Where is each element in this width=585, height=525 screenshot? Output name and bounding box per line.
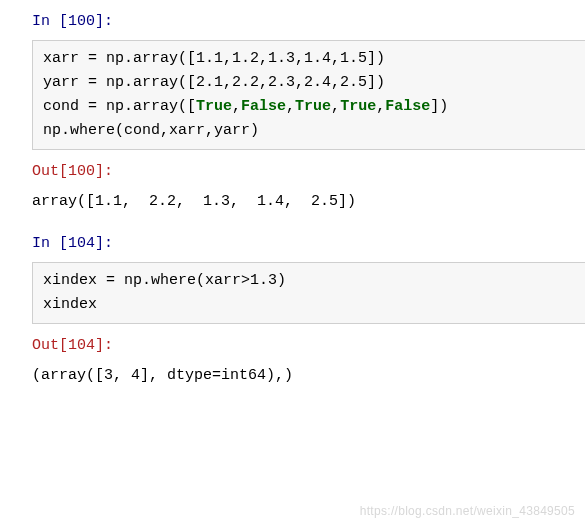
output-text: (array([3, 4], dtype=int64),): [32, 364, 585, 388]
cell-104: In [104]: xindex = np.where(xarr>1.3)xin…: [0, 232, 585, 388]
code-input[interactable]: xarr = np.array([1.1,1.2,1.3,1.4,1.5])ya…: [32, 40, 585, 150]
watermark: https://blog.csdn.net/weixin_43849505: [360, 502, 575, 521]
output-prompt: Out[104]:: [32, 334, 585, 358]
cell-100: In [100]: xarr = np.array([1.1,1.2,1.3,1…: [0, 10, 585, 214]
input-prompt: In [104]:: [32, 232, 585, 256]
output-prompt: Out[100]:: [32, 160, 585, 184]
output-text: array([1.1, 2.2, 1.3, 1.4, 2.5]): [32, 190, 585, 214]
input-prompt: In [100]:: [32, 10, 585, 34]
code-input[interactable]: xindex = np.where(xarr>1.3)xindex: [32, 262, 585, 324]
